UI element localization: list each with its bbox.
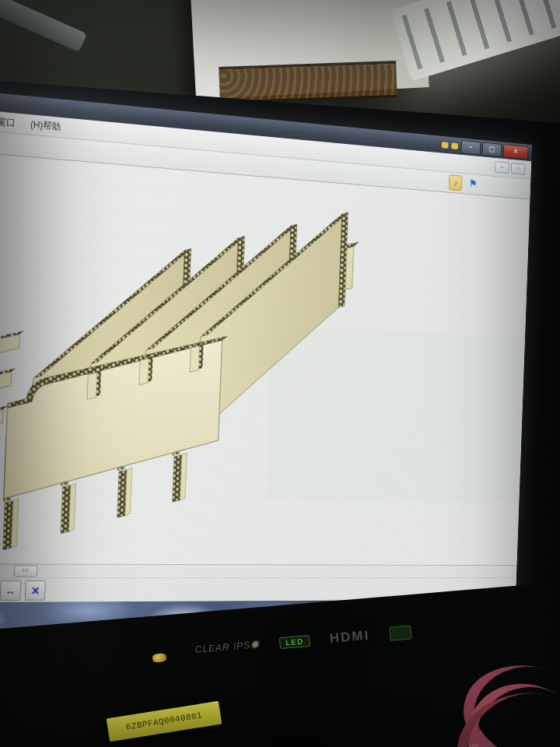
double-arrow-icon: ↔ xyxy=(5,585,16,596)
toolbar-right-group: ♪ ⚑ xyxy=(449,174,480,192)
ips-spark-icon: ❋ xyxy=(250,639,260,651)
horizontal-scrollbar[interactable]: III xyxy=(0,564,517,578)
close-button[interactable]: ✕ xyxy=(503,144,529,160)
cardboard-on-monitor xyxy=(219,61,397,103)
clear-ips-label: CLEAR IPS❋ xyxy=(194,639,260,655)
child-restore-button[interactable]: ▫ xyxy=(511,163,526,175)
child-minimize-button[interactable]: – xyxy=(495,161,509,174)
dimension-tool-button[interactable]: ✕ xyxy=(25,580,46,601)
minimize-button[interactable]: – xyxy=(461,140,481,155)
cad-viewport[interactable] xyxy=(0,150,530,566)
monitor-screen: 图] – ▢ ✕ enter (W)窗口 (H)帮助 – ▫ ♪ xyxy=(0,88,532,632)
measure-tool-button[interactable]: ↔ xyxy=(0,580,21,601)
maximize-button[interactable]: ▢ xyxy=(482,142,502,156)
scrollbar-grip-icon[interactable]: III xyxy=(14,565,38,577)
child-window-controls: – ▫ xyxy=(495,161,525,175)
energy-badge xyxy=(389,625,411,640)
note-icon[interactable]: ♪ xyxy=(449,174,463,191)
yellow-toolbar-icon[interactable] xyxy=(451,142,458,149)
menu-item-window[interactable]: (W)窗口 xyxy=(0,110,23,132)
flag-icon[interactable]: ⚑ xyxy=(467,176,479,191)
yellow-toolbar-icon[interactable] xyxy=(442,142,449,149)
cad-model-3d[interactable] xyxy=(0,171,381,565)
hdmi-label: HDMI xyxy=(329,628,370,647)
photo-of-monitor: 图] – ▢ ✕ enter (W)窗口 (H)帮助 – ▫ ♪ xyxy=(0,0,560,747)
menu-item-help[interactable]: (H)帮助 xyxy=(23,115,68,137)
blue-x-icon: ✕ xyxy=(31,585,40,596)
cad-application-window: 图] – ▢ ✕ enter (W)窗口 (H)帮助 – ▫ ♪ xyxy=(0,88,532,632)
led-badge: LED xyxy=(279,635,310,649)
